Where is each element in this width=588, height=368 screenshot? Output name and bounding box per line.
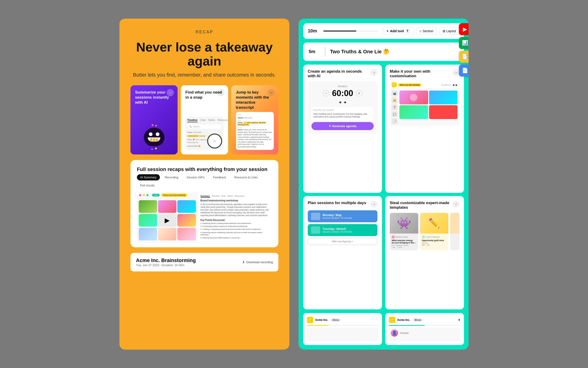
customisation-header: Make it your own with customisation → bbox=[390, 69, 459, 79]
template-gold-img: ✏️ bbox=[420, 213, 449, 234]
session-preview: Live Since our last meeting 01:20/5 min … bbox=[137, 192, 272, 243]
time-label-2: 0:41 bbox=[238, 120, 272, 122]
summary-overlay-text: In the Acme Brainstorming Workshop, atte… bbox=[201, 203, 269, 217]
acme-meta: Tue, Jun 27 2023 · Duration: 1h 00m bbox=[136, 263, 196, 267]
plan-sessions-arrow[interactable]: → bbox=[371, 201, 377, 208]
video-grid-custom bbox=[400, 91, 458, 119]
timer-plus[interactable]: + bbox=[356, 90, 362, 97]
download-label: Download recording bbox=[246, 260, 273, 264]
sidebar-chat-icon[interactable]: 💬 bbox=[392, 111, 398, 117]
butter-logo-mini: 🧈 bbox=[392, 82, 397, 87]
nav-tab-timeline[interactable]: Timeline bbox=[187, 119, 197, 122]
tab-poll[interactable]: Poll results bbox=[137, 182, 158, 188]
key-point-4: 4. Exploring various marketing channels … bbox=[201, 231, 269, 236]
session-description: Describe your session Team building even… bbox=[312, 107, 374, 120]
two-truths-content: Two Truths & One Lie 🤔 bbox=[330, 49, 458, 55]
video-thumb-9 bbox=[177, 228, 196, 240]
timer-minus[interactable]: − bbox=[323, 90, 329, 97]
template-card-partial bbox=[450, 213, 459, 250]
templates-header: Steal customizable expert-made templates… bbox=[390, 201, 459, 210]
sidebar-react-icon[interactable]: 😊 bbox=[392, 97, 398, 103]
card-arrow-summarize[interactable]: → bbox=[167, 89, 174, 96]
author-avatar-2 bbox=[422, 235, 425, 239]
custom-video-grid bbox=[400, 91, 458, 124]
day-info-tuesday: Tuesday: Sketch Session duration: 45 min… bbox=[322, 227, 352, 233]
plan-sessions-title: Plan sessions for multiple days bbox=[308, 201, 366, 205]
time-label-transcript: 0:27 bbox=[238, 114, 272, 116]
youtube-icon[interactable]: ▶ bbox=[459, 23, 469, 35]
nav-right-icon[interactable]: ▶ bbox=[456, 84, 458, 86]
download-icon: ⬇ bbox=[242, 260, 245, 264]
plan-visual: Monday: Map Session duration: 45 minutes… bbox=[308, 210, 377, 245]
nav-left-icon[interactable]: ◀ bbox=[453, 84, 454, 86]
summary-overlay: Summary Timeline Chat Notes Resources Br… bbox=[198, 192, 272, 243]
tab-resources[interactable]: Resource & Links bbox=[231, 174, 261, 180]
magnifier: 🔍 bbox=[207, 134, 222, 148]
window-max-dot bbox=[147, 194, 148, 196]
card-arrow-find[interactable]: → bbox=[217, 89, 224, 96]
sheets-icon[interactable]: 📊 bbox=[459, 37, 469, 49]
nav-tab-resources[interactable]: Resources bbox=[218, 119, 228, 122]
download-recording-btn[interactable]: ⬇ Download recording bbox=[242, 260, 273, 264]
customisation-arrow[interactable]: → bbox=[453, 69, 459, 76]
add-tool-button[interactable]: + Add tool T bbox=[383, 27, 414, 35]
video-thumb-7 bbox=[139, 228, 157, 240]
full-session-title: Full session recaps with everything from… bbox=[137, 166, 272, 172]
feature-cards-row: Summarize your sessions instantly with A… bbox=[130, 85, 278, 155]
since-badge: Since our last meeting bbox=[161, 193, 187, 197]
templates-card: Steal customizable expert-made templates… bbox=[385, 196, 464, 309]
custom-sidebar-icons: 📹 😊 ❓ 💬 📝 bbox=[392, 91, 398, 124]
sub-headline: Butter lets you find, remember, and shar… bbox=[130, 72, 278, 78]
generate-agenda-btn[interactable]: ✦ Generate agenda bbox=[312, 122, 374, 130]
section-label: Section bbox=[423, 29, 433, 33]
video-thumb-2 bbox=[158, 200, 176, 213]
share-icon[interactable]: ⬆ bbox=[458, 318, 460, 322]
section-button[interactable]: ○ Section bbox=[416, 27, 437, 35]
template-monster-type: Poll · Multiple choice bbox=[392, 244, 416, 246]
time-5m: 5m bbox=[309, 49, 320, 54]
card-arrow-transcript[interactable]: → bbox=[267, 89, 275, 96]
tab-recording[interactable]: Recording bbox=[162, 174, 182, 180]
live-badge: Live bbox=[152, 194, 160, 196]
top-bar: 10m + Add tool T ○ Section ⊞ Layout bbox=[303, 23, 464, 39]
template-gold-stats: 180 643 bbox=[422, 244, 447, 246]
sidebar-quiz-icon[interactable]: ❓ bbox=[392, 104, 398, 110]
bottom-card-2: 🧈 Acme Inc. 30min ⬆ 👤 Presenter bbox=[385, 313, 464, 345]
sidebar-notes-icon[interactable]: 📝 bbox=[392, 118, 398, 124]
tab-gifs[interactable]: Session GIFs bbox=[184, 174, 208, 180]
key-point-3: 3. Crafting a compelling brand story tha… bbox=[201, 228, 269, 230]
bc-progress-fill-2 bbox=[389, 325, 425, 326]
tab-ai-summary[interactable]: AI Summary bbox=[137, 174, 160, 180]
summary-tab-timeline[interactable]: Timeline bbox=[212, 195, 220, 198]
video-thumb-5: ▶ bbox=[158, 214, 176, 227]
templates-arrow[interactable]: → bbox=[453, 201, 459, 208]
add-agenda-btn[interactable]: Add new Agenda + bbox=[308, 238, 377, 245]
butter-logo-2: 🧈 bbox=[389, 317, 395, 323]
main-headline: Never lose a takeaway again bbox=[130, 40, 278, 68]
summary-tab-resources[interactable]: Resources bbox=[235, 195, 245, 198]
day-info-monday: Monday: Map Session duration: 45 minutes bbox=[322, 213, 352, 219]
summary-tab-active[interactable]: Summary bbox=[201, 195, 210, 198]
highlight-text-2: d bbox=[198, 145, 200, 147]
nav-tab-chat[interactable]: Chat bbox=[200, 119, 205, 122]
ai-agenda-arrow[interactable]: → bbox=[371, 69, 377, 76]
slides-icon[interactable]: 📑 bbox=[459, 51, 469, 63]
template-gold-type: Agenda bbox=[422, 242, 447, 244]
customisation-card: Make it your own with customisation → 🧈 … bbox=[385, 64, 464, 193]
stat-180: 180 bbox=[422, 244, 425, 246]
docs-icon[interactable]: 📄 bbox=[459, 64, 469, 76]
day-meta-tuesday: Session duration: 45 minutes bbox=[322, 230, 352, 233]
bc-timer-2: 30min bbox=[412, 318, 424, 322]
author-avatar-1 bbox=[392, 235, 395, 239]
nav-tab-notes[interactable]: Notes bbox=[208, 119, 215, 122]
layout-button[interactable]: ⊞ Layout bbox=[439, 27, 459, 35]
bottom-card-1: 🧈 Acme Inc. 30min bbox=[303, 313, 382, 345]
stat-view: ⊙ 374 bbox=[397, 246, 402, 248]
tab-feedback[interactable]: Feedback bbox=[210, 174, 229, 180]
template-gold-meta: Anna Freeman Opportunity gold mine Agend… bbox=[420, 234, 449, 248]
person-avatar: 👤 bbox=[391, 329, 398, 337]
summary-tab-notes[interactable]: Notes bbox=[227, 195, 233, 198]
summary-tab-chat[interactable]: Chat bbox=[221, 195, 226, 198]
video-thumb-4 bbox=[139, 214, 157, 227]
sidebar-video-icon[interactable]: 📹 bbox=[392, 91, 398, 97]
